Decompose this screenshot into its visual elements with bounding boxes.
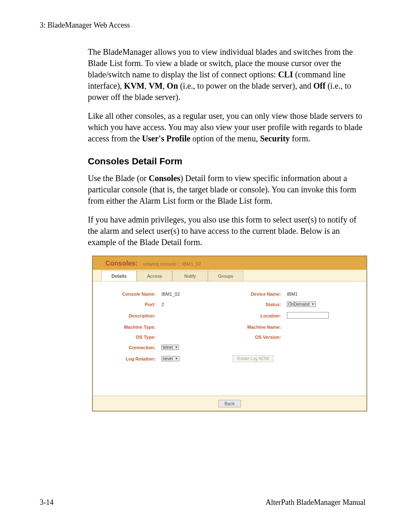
text: form. — [290, 134, 310, 143]
connection-select-value: telnet — [163, 345, 173, 350]
status-select[interactable]: OnDemand▼ — [287, 302, 316, 307]
page-footer: 3-14 AlterPath BladeManager Manual — [40, 498, 366, 507]
paragraph-2: Like all other consoles, as a regular us… — [88, 110, 366, 144]
log-rotation-select[interactable]: never▼ — [161, 356, 179, 361]
section-heading: Consoles Detail Form — [88, 156, 366, 167]
value-log-rotation: never▼ — [161, 356, 228, 361]
bold-cli: CLI — [278, 70, 293, 79]
label-connection: Connection: — [103, 345, 161, 350]
paragraph-4: If you have admin privileges, you also u… — [88, 214, 366, 248]
status-select-value: OnDemand — [288, 302, 309, 307]
tab-bar: Details Access Notify Groups — [93, 270, 366, 281]
bold-security: Security — [260, 134, 290, 143]
bold-vm: VM — [149, 81, 163, 90]
value-connection: telnet▼ — [161, 345, 228, 350]
text: , — [163, 81, 167, 90]
value-location — [287, 312, 345, 320]
value-port: 2 — [161, 302, 228, 307]
chapter-header: 3: BladeManager Web Access — [40, 21, 366, 30]
bold-kvm: KVM — [124, 81, 145, 90]
value-status: OnDemand▼ — [287, 302, 345, 307]
consoles-detail-screenshot: Consoles: viewing console :: IBM1_02 Det… — [92, 256, 367, 412]
text: option of the menu, — [190, 134, 260, 143]
location-input[interactable] — [287, 312, 329, 319]
label-machine-type: Machine Type: — [103, 325, 161, 330]
label-port: Port: — [103, 302, 161, 307]
chevron-down-icon: ▼ — [311, 302, 315, 306]
back-button[interactable]: Back — [218, 400, 241, 407]
label-machine-name: Machine Name: — [228, 325, 287, 330]
rotate-log-button[interactable]: Rotate Log NOW — [233, 355, 274, 362]
value-device-name: IBM1 — [287, 292, 345, 297]
log-rotation-select-value: never — [163, 356, 173, 361]
value-console-name: IBM1_02 — [161, 292, 228, 297]
tab-notify[interactable]: Notify — [172, 271, 208, 281]
label-log-rotation: Log Rotation: — [103, 356, 161, 361]
label-location: Location: — [228, 313, 287, 318]
bold-on: On — [167, 81, 178, 90]
label-status: Status: — [228, 302, 287, 307]
panel-header: Consoles: viewing console :: IBM1_02 — [93, 256, 366, 270]
paragraph-1: The BladeManager allows you to view indi… — [88, 46, 366, 103]
tab-groups[interactable]: Groups — [208, 271, 243, 281]
tab-details[interactable]: Details — [101, 271, 137, 281]
manual-title: AlterPath BladeManager Manual — [266, 498, 366, 507]
tab-access[interactable]: Access — [137, 271, 172, 281]
bold-users-profile: User's Profile — [142, 134, 190, 143]
form-area: Console Name: IBM1_02 Device Name: IBM1 … — [93, 281, 366, 396]
label-console-name: Console Name: — [103, 292, 161, 297]
panel-footer: Back — [93, 396, 366, 411]
paragraph-3: Use the Blade (or Consoles) Detail form … — [88, 173, 366, 207]
connection-select[interactable]: telnet▼ — [161, 345, 179, 350]
page-number: 3-14 — [40, 498, 54, 507]
label-description: Description: — [103, 313, 161, 318]
text: Use the Blade (or — [88, 174, 149, 183]
panel-title: Consoles: — [105, 260, 138, 267]
label-device-name: Device Name: — [228, 292, 287, 297]
chevron-down-icon: ▼ — [175, 357, 178, 361]
bold-off: Off — [313, 81, 325, 90]
panel-subtitle: viewing console :: IBM1_02 — [143, 261, 201, 266]
text: (i.e., to power on the blade server), an… — [178, 81, 314, 90]
label-os-type: OS Type: — [103, 335, 161, 340]
text: , — [145, 81, 149, 90]
chevron-down-icon: ▼ — [174, 345, 178, 349]
label-os-version: OS Version: — [228, 335, 287, 340]
bold-consoles: Consoles — [149, 174, 181, 183]
